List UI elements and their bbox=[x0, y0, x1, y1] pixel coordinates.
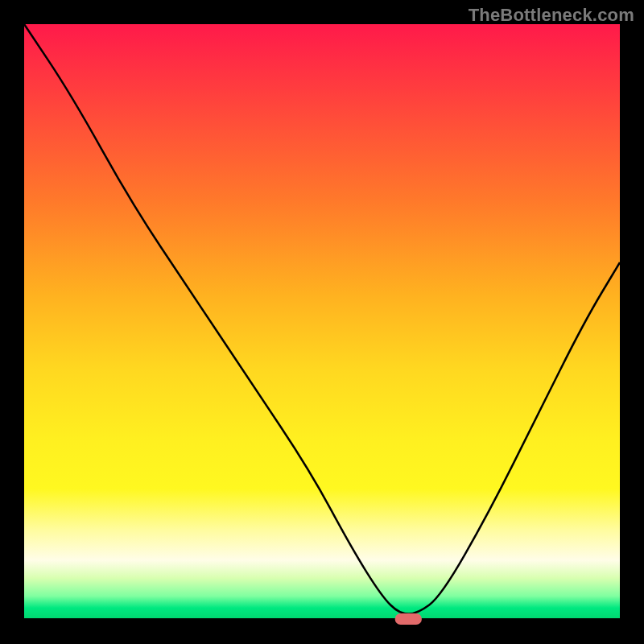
chart-overlay bbox=[24, 24, 620, 620]
optimal-marker bbox=[395, 613, 422, 625]
watermark-text: TheBottleneck.com bbox=[469, 5, 634, 26]
bottleneck-curve bbox=[24, 24, 620, 614]
chart-frame: TheBottleneck.com bbox=[0, 0, 644, 644]
